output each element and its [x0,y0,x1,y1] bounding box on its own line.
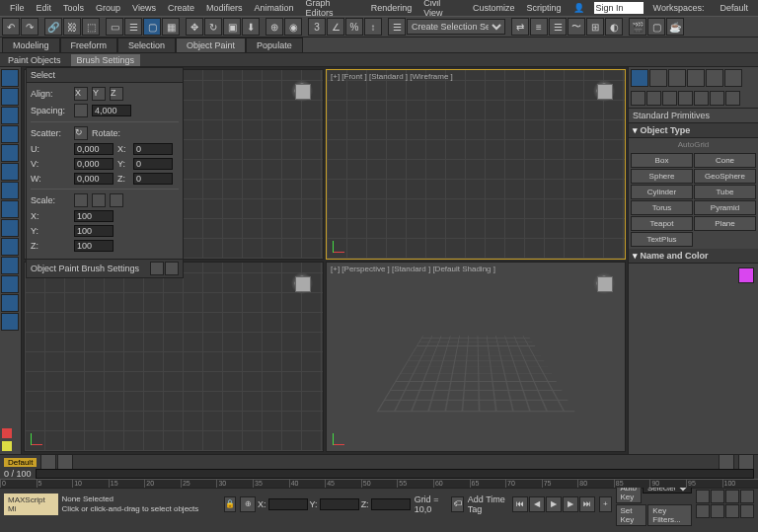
material-button[interactable]: ◐ [605,18,623,36]
setkey-button[interactable]: Set Key [616,504,647,526]
selection-lock[interactable] [2,441,12,451]
signin-icon[interactable]: 👤 [568,3,590,13]
z-coord-input[interactable] [371,498,411,510]
tl-opt-2[interactable] [738,454,754,470]
viewcube-persp[interactable] [591,270,617,296]
layer-button[interactable]: ☰ [549,18,567,36]
footer-btn-2[interactable] [165,262,179,275]
viewcube-front[interactable] [591,78,617,104]
scale-z-input[interactable] [74,240,114,252]
isolate-toggle[interactable] [2,428,12,438]
goto-start-button[interactable]: ⏮ [512,496,528,512]
next-frame-button[interactable]: ▶ [563,496,578,512]
scale-mode-1[interactable] [74,193,88,207]
plane-button[interactable]: Plane [694,216,756,231]
footer-btn-1[interactable] [150,262,164,275]
lights-icon[interactable] [662,91,677,106]
lt-btn-5[interactable] [1,144,19,162]
viewport-front-label[interactable]: [+] [Front ] [Standard ] [Wireframe ] [331,72,453,81]
y-coord-input[interactable] [320,498,359,510]
menu-civil-view[interactable]: Civil View [417,0,467,18]
rotate-y-input[interactable] [133,158,173,170]
spacing-input[interactable] [92,105,131,116]
add-time-tag[interactable]: Add Time Tag [468,494,508,514]
geometry-icon[interactable] [631,91,645,106]
tl-mode-2[interactable] [57,454,73,470]
utilities-tab[interactable] [724,69,742,87]
create-selection-dropdown[interactable]: Create Selection Se [407,19,505,35]
rotate-x-input[interactable] [133,143,173,155]
modify-tab[interactable] [649,69,667,87]
cameras-icon[interactable] [678,91,693,106]
scale-mode-2[interactable] [92,193,106,207]
time-slider[interactable] [36,469,754,479]
cylinder-button[interactable]: Cylinder [631,185,693,199]
snap-toggle-button[interactable]: 3 [308,18,326,36]
box-button[interactable]: Box [631,153,693,168]
viewport-perspective[interactable]: [+] [Perspective ] [Standard ] [Default … [326,262,626,452]
hierarchy-tab[interactable] [668,69,686,87]
viewport-front[interactable]: [+] [Front ] [Standard ] [Wireframe ] [326,69,626,260]
pyramid-button[interactable]: Pyramid [694,200,756,215]
viewport-left[interactable]: [+] [Left ] [Standard ] [Wireframe ] [24,262,324,452]
sphere-button[interactable]: Sphere [631,169,693,184]
motion-tab[interactable] [687,69,705,87]
key-mode-button[interactable]: + [599,496,612,512]
subtab-paint-objects[interactable]: Paint Objects [2,54,67,66]
scale-button[interactable]: ▣ [223,18,241,36]
named-sel-button[interactable]: ☰ [388,18,406,36]
align-z-button[interactable]: Z [110,87,123,101]
scale-mode-3[interactable] [110,193,123,207]
play-button[interactable]: ▶ [546,496,562,512]
display-tab[interactable] [706,69,723,87]
rotate-button[interactable]: ↻ [204,18,222,36]
menu-create[interactable]: Create [162,3,200,13]
maxscript-listener[interactable]: MAXScript Mi [4,494,58,515]
goto-end-button[interactable]: ⏭ [579,496,595,512]
lt-btn-7[interactable] [1,182,19,199]
window-crossing-button[interactable]: ▦ [162,18,180,36]
menu-customize[interactable]: Customize [467,3,521,13]
geosphere-button[interactable]: GeoSphere [694,169,756,184]
zoom-region-button[interactable] [740,490,754,503]
menu-rendering[interactable]: Rendering [365,3,418,13]
orbit-button[interactable] [711,504,724,518]
schematic-button[interactable]: ⊞ [586,18,604,36]
mirror-button[interactable]: ⇄ [511,18,529,36]
shapes-icon[interactable] [646,91,661,106]
placement-button[interactable]: ⬇ [242,18,260,36]
angle-snap-button[interactable]: ∠ [327,18,344,36]
signin-input[interactable] [594,2,644,14]
menu-animation[interactable]: Animation [248,3,299,13]
systems-icon[interactable] [725,91,740,106]
render-button[interactable]: ☕ [666,18,684,36]
teapot-button[interactable]: Teapot [631,216,693,231]
align-x-button[interactable]: X [74,87,88,101]
unlink-button[interactable]: ⛓ [63,18,81,36]
curve-editor-button[interactable]: 〜 [568,18,585,36]
tl-opt-1[interactable] [719,454,734,470]
align-button[interactable]: ≡ [530,18,548,36]
tab-populate[interactable]: Populate [246,38,303,53]
time-ruler[interactable]: 0510152025303540455055606570758085909510… [0,479,758,488]
menu-scripting[interactable]: Scripting [521,3,568,13]
select-button[interactable]: ▭ [106,18,123,36]
menu-modifiers[interactable]: Modifiers [200,3,249,13]
fov-button[interactable] [725,504,739,518]
primitive-dropdown[interactable]: Standard Primitives [629,109,758,123]
rotate-icon[interactable]: ↻ [74,126,88,140]
lt-btn-9[interactable] [1,219,19,237]
percent-snap-button[interactable]: % [345,18,363,36]
viewcube-left[interactable] [289,270,315,296]
menu-tools[interactable]: Tools [57,3,90,13]
select-region-button[interactable]: ▢ [143,18,161,36]
torus-button[interactable]: Torus [631,200,693,215]
helpers-icon[interactable] [694,91,709,106]
create-tab[interactable] [631,69,648,87]
ref-coord-button[interactable]: ⊕ [265,18,283,36]
tube-button[interactable]: Tube [694,185,756,199]
menu-group[interactable]: Group [90,3,126,13]
link-button[interactable]: 🔗 [44,18,62,36]
bind-button[interactable]: ⬚ [82,18,100,36]
move-button[interactable]: ✥ [186,18,203,36]
